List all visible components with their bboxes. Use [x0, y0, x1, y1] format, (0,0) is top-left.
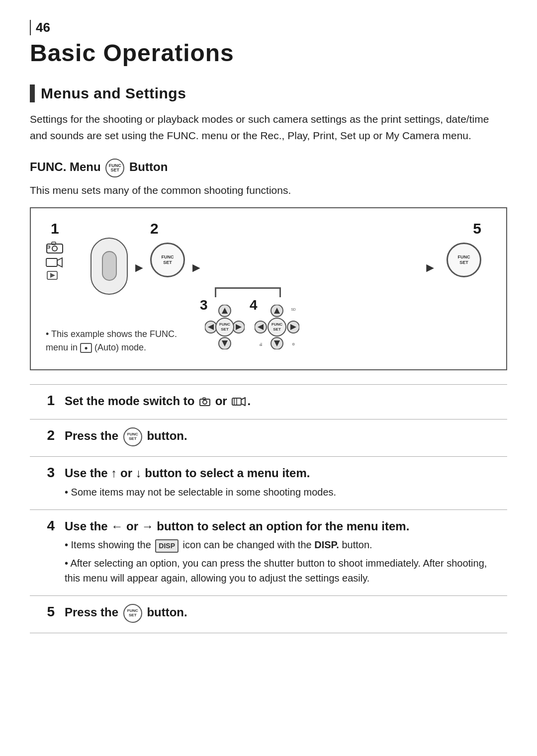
func-btn-step2: FUNC SET: [150, 243, 185, 277]
diag-label-1: 1: [51, 220, 59, 237]
step-num-5: 5: [30, 595, 60, 633]
example-note: • This example shows the FUNC. menu in ●…: [46, 328, 177, 354]
step-row-5: 5 Press the FUNCSET button.: [30, 595, 507, 633]
step-content-1: Set the mode switch to or .: [60, 384, 507, 420]
step-content-3: Use the ↑ or ↓ button to select a menu i…: [60, 457, 507, 510]
section-title: Menus and Settings: [41, 85, 186, 102]
svg-text:SD: SD: [291, 308, 296, 311]
step-4-main: Use the ← or → button to select an optio…: [65, 518, 502, 535]
diag-connector-bar: [215, 287, 279, 289]
svg-rect-2: [52, 242, 56, 245]
step-4-disp-suffix: icon can be changed with the DISP. butto…: [183, 539, 372, 550]
func-btn-step5: FUNC SET: [447, 243, 481, 277]
diag-arrow-4-5: ►: [424, 260, 437, 275]
step-4-after-text: After selecting an option, you can press…: [65, 558, 487, 584]
subsection-title: FUNC. Menu FUNCSET Button: [30, 159, 507, 177]
step-num-2: 2: [30, 420, 60, 457]
svg-point-34: [203, 400, 207, 404]
func-btn-icon-step2: FUNCSET: [123, 427, 142, 446]
step-row-1: 1 Set the mode switch to or: [30, 384, 507, 420]
step-3-sub: Some items may not be selectable in some…: [65, 485, 502, 500]
diag-connector-v1: [215, 287, 216, 297]
step-1-main: Set the mode switch to or .: [65, 393, 502, 410]
svg-rect-0: [47, 244, 63, 253]
func-button-icon-title: FUNCSET: [105, 159, 124, 177]
diag-arrow-2-next: ►: [190, 260, 203, 275]
subsection-desc: This menu sets many of the common shooti…: [30, 182, 507, 198]
scroll-wheel-icon: [90, 238, 128, 295]
svg-marker-37: [241, 398, 245, 406]
diag-connector-v2: [279, 287, 281, 297]
svg-marker-7: [50, 273, 55, 278]
step-content-2: Press the FUNCSET button.: [60, 420, 507, 457]
camera-modes-icon: [46, 240, 64, 280]
step-content-4: Use the ← or → button to select an optio…: [60, 509, 507, 595]
diag-arrow-1-2: ►: [133, 260, 146, 275]
diagram-content: 1 2 5 ►: [41, 220, 496, 359]
page-number: 46: [30, 20, 507, 35]
dpad-updown: FUNC SET: [205, 305, 245, 351]
section-bar-accent: [30, 84, 35, 102]
step-row-3: 3 Use the ↑ or ↓ button to select a menu…: [30, 457, 507, 510]
step-3-main: Use the ↑ or ↓ button to select a menu i…: [65, 465, 502, 482]
svg-text:🖨: 🖨: [259, 342, 263, 346]
svg-text:FUNC: FUNC: [271, 322, 282, 327]
step-5-main: Press the FUNCSET button.: [65, 604, 502, 623]
step-content-5: Press the FUNCSET button.: [60, 595, 507, 633]
step-2-main: Press the FUNCSET button.: [65, 427, 502, 446]
steps-table: 1 Set the mode switch to or: [30, 384, 507, 633]
step-4-disp-prefix: Items showing the: [71, 539, 151, 550]
svg-point-1: [52, 246, 57, 251]
svg-marker-5: [57, 258, 62, 267]
diagram-box: 1 2 5 ►: [30, 207, 507, 370]
intro-text: Settings for the shooting or playback mo…: [30, 111, 507, 144]
diag-label-2: 2: [150, 220, 159, 237]
dpad-leftright: FUNC SET SD ⚙ 🖨: [255, 305, 299, 351]
step-row-2: 2 Press the FUNCSET button.: [30, 420, 507, 457]
section-header: Menus and Settings: [30, 84, 507, 102]
step-num-3: 3: [30, 457, 60, 510]
svg-text:FUNC: FUNC: [219, 322, 230, 327]
svg-rect-4: [46, 258, 57, 266]
scroll-wheel-inner: [102, 251, 117, 281]
step-num-1: 1: [30, 384, 60, 420]
disp-badge: DISP: [155, 539, 179, 553]
svg-text:SET: SET: [273, 327, 281, 332]
chapter-title: Basic Operations: [30, 39, 507, 67]
step-4-sub: Items showing the DISP icon can be chang…: [65, 537, 502, 585]
auto-mode-badge: ●: [80, 343, 92, 353]
func-btn-icon-step5: FUNCSET: [123, 604, 142, 623]
step-num-4: 4: [30, 509, 60, 595]
diag-label-5: 5: [473, 220, 481, 237]
step-row-4: 4 Use the ← or → button to select an opt…: [30, 509, 507, 595]
svg-text:SET: SET: [221, 327, 229, 332]
svg-text:⚙: ⚙: [292, 342, 295, 346]
